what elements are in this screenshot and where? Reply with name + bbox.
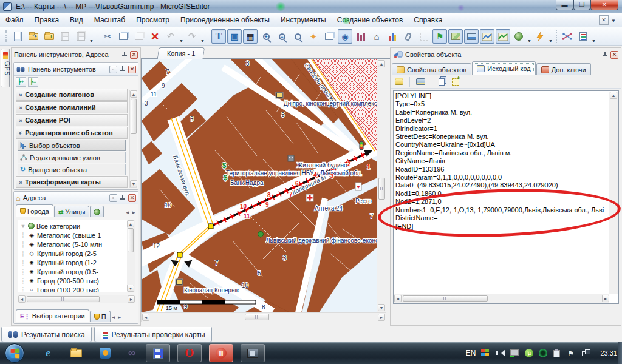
- start-button[interactable]: [5, 343, 24, 363]
- tool-nodes[interactable]: Редактирование узлов: [18, 152, 126, 163]
- screen-poi-icon[interactable]: [176, 279, 183, 285]
- tab-search-results[interactable]: Результаты поиска: [1, 327, 92, 342]
- minimize-button[interactable]: ▬: [556, 0, 573, 10]
- tab-globe[interactable]: [90, 206, 104, 217]
- tree-scrollbar[interactable]: ▲ ▼: [127, 220, 135, 292]
- home-button[interactable]: ⌂: [369, 29, 384, 44]
- menu-item-2[interactable]: Вид: [64, 13, 89, 27]
- close-icon[interactable]: ✕: [128, 66, 136, 73]
- toolbar-grip[interactable]: [5, 30, 8, 42]
- copy-button[interactable]: [116, 29, 131, 44]
- taskbar-alert-app-button[interactable]: Ⅲ: [209, 344, 233, 362]
- dollar-poi-icon[interactable]: $: [224, 174, 228, 182]
- tool-rotate[interactable]: ↻Вращение объекта: [18, 164, 126, 175]
- tool-group-1[interactable]: »Создание полилиний: [16, 101, 128, 113]
- close-panel-icon[interactable]: ✕: [130, 51, 138, 59]
- windows-button[interactable]: [322, 29, 337, 44]
- tray-network-icon[interactable]: [582, 349, 591, 357]
- light-poi-icon[interactable]: [360, 141, 363, 150]
- menu-item-8[interactable]: Справка: [408, 13, 448, 27]
- tool-cursor[interactable]: Выбор объектов: [18, 140, 126, 151]
- save-dropdown-icon[interactable]: ▼: [89, 39, 94, 46]
- menu-item-6[interactable]: Инструменты: [275, 13, 332, 27]
- gps-panel-tab[interactable]: GPS: [1, 49, 10, 87]
- print-button[interactable]: [414, 76, 426, 87]
- pin-icon[interactable]: [120, 195, 126, 201]
- code-vscrollbar[interactable]: ▲: [609, 92, 618, 294]
- tray-language[interactable]: EN: [466, 349, 476, 357]
- menu-item-0[interactable]: Файл: [0, 13, 29, 27]
- quick-actions-dropdown-icon[interactable]: ▼: [548, 39, 553, 46]
- tab-cities[interactable]: Города: [16, 204, 53, 217]
- open-file-button[interactable]: ↷: [26, 29, 41, 44]
- cut-button[interactable]: ✂: [100, 29, 115, 44]
- vertex-node[interactable]: [208, 224, 213, 229]
- undo-button[interactable]: ↶: [163, 29, 178, 44]
- title-bar[interactable]: E:\--- Карты ---\--- MP ---\ЛьвовGarmin.…: [0, 0, 622, 13]
- taskbar-mapedit-button[interactable]: [146, 344, 170, 362]
- tray-display-icon[interactable]: [510, 349, 519, 357]
- map-layer-toggle[interactable]: [448, 29, 463, 44]
- map-vscrollbar[interactable]: ▲ ▼: [377, 59, 386, 312]
- borders-toggle[interactable]: ▣: [227, 29, 242, 44]
- copy-button[interactable]: [436, 76, 448, 87]
- tree-item-3[interactable]: ┊◇Крупный город (2-5: [20, 249, 135, 258]
- paste-special-button[interactable]: [449, 76, 462, 87]
- menu-item-3[interactable]: Масштаб: [89, 13, 131, 27]
- tray-utorrent-icon[interactable]: µ: [525, 349, 533, 357]
- tray-antivirus-icon[interactable]: [539, 349, 547, 357]
- category-tree[interactable]: ▼Все категории┊◈Мегаполис (свыше 1┊◈Мега…: [18, 220, 135, 292]
- attachments-button[interactable]: [401, 29, 415, 44]
- paste-button[interactable]: [132, 29, 146, 44]
- tab-category-select[interactable]: E⋮ Выбор категории: [16, 309, 89, 322]
- tree-hscrollbar[interactable]: ◄ ►: [18, 295, 135, 303]
- show-desktop-button[interactable]: [618, 342, 622, 364]
- menu-item-7[interactable]: Создание объектов: [332, 13, 409, 27]
- map-canvas[interactable]: Свободи проспектБанківська вул.Коперника…: [141, 59, 377, 312]
- map-check-button[interactable]: [576, 29, 590, 44]
- pin-icon[interactable]: [121, 52, 128, 58]
- source-code-editor[interactable]: [POLYLINE]Type=0x5Label=Коперника М. вул…: [393, 90, 619, 304]
- tray-volume-icon[interactable]: [496, 349, 505, 357]
- tab-search[interactable]: П: [90, 311, 111, 322]
- collapse-all-button[interactable]: ┣−: [28, 77, 38, 87]
- map-check-dropdown-icon[interactable]: ▼: [591, 39, 596, 46]
- code-hscrollbar[interactable]: ◄ ►: [394, 294, 609, 303]
- maximize-button[interactable]: ❐: [573, 0, 590, 10]
- undo-dropdown-icon[interactable]: ▼: [179, 39, 184, 46]
- expand-all-button[interactable]: ┣+: [16, 77, 26, 87]
- zoom-region-button[interactable]: [290, 29, 305, 44]
- import-file-button[interactable]: +: [42, 29, 56, 44]
- levels-button[interactable]: [354, 29, 368, 44]
- quick-actions-button[interactable]: [533, 29, 547, 44]
- taskbar-screenshot-app-button[interactable]: [241, 344, 265, 362]
- taskbar-faded-app-icon[interactable]: ∞: [124, 346, 140, 360]
- text-labels-toggle[interactable]: T: [211, 29, 226, 44]
- map-hscrollbar[interactable]: ◄ ►: [141, 312, 386, 322]
- web-map-button[interactable]: [511, 29, 526, 44]
- tree-item-0[interactable]: ▼Все категории: [20, 221, 135, 231]
- tray-flag-icon[interactable]: ⚑: [567, 349, 576, 357]
- zoom-in-button[interactable]: +: [259, 29, 273, 44]
- tree-item-2[interactable]: ┊◈Мегаполис (5-10 млн: [20, 240, 135, 249]
- raster-toggle[interactable]: [464, 29, 479, 44]
- menubar-overflow-icon[interactable]: ▼: [611, 18, 616, 24]
- pan-button[interactable]: ✦: [306, 29, 321, 44]
- tree-item-1[interactable]: ┊◈Мегаполис (свыше 1: [20, 231, 135, 240]
- tab-extra-keys[interactable]: Доп. ключи: [536, 63, 591, 75]
- save-button[interactable]: [58, 29, 72, 44]
- pin-icon[interactable]: [602, 52, 608, 58]
- vertex-node[interactable]: [177, 252, 182, 257]
- tree-item-5[interactable]: ┊◉Крупный город (0.5-: [20, 267, 135, 276]
- profile-green-toggle[interactable]: [496, 29, 510, 44]
- flags-toggle[interactable]: ⚑: [432, 29, 447, 44]
- taskbar-media-player-icon[interactable]: [97, 346, 113, 360]
- selection-marquee-button[interactable]: [417, 29, 431, 44]
- route-check-button[interactable]: [560, 29, 575, 44]
- pin-icon[interactable]: [120, 66, 126, 72]
- tray-windows-update-icon[interactable]: [481, 349, 490, 357]
- building-poi-icon[interactable]: [288, 155, 294, 161]
- statistics-button[interactable]: [385, 29, 400, 44]
- zoom-out-button[interactable]: −: [275, 29, 289, 44]
- menu-item-4[interactable]: Просмотр: [131, 13, 175, 27]
